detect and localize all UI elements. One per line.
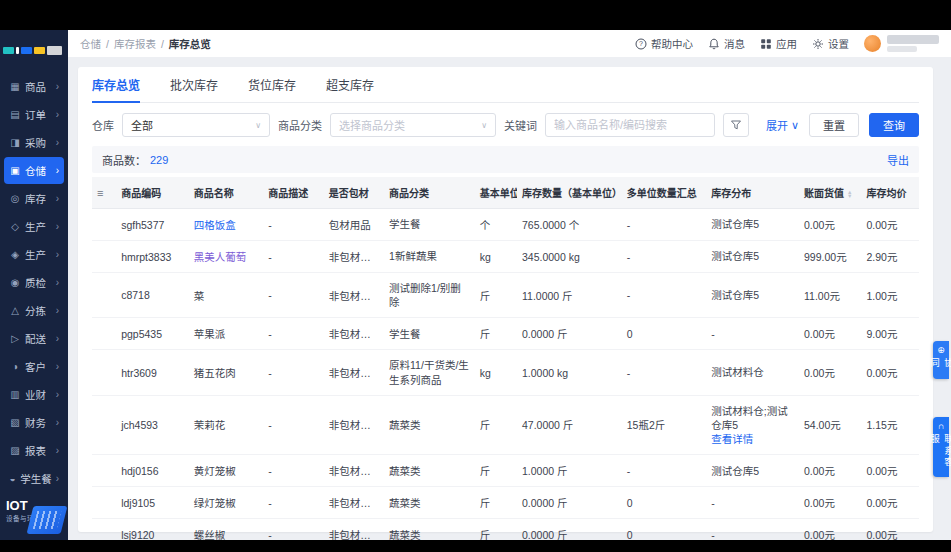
keyword-label: 关键词 — [504, 117, 537, 133]
column-label: 商品名称 — [194, 188, 234, 199]
product-desc: - — [263, 209, 323, 241]
view-distribution-detail-link[interactable]: 查看详情 — [711, 432, 794, 446]
column-settings[interactable]: ≡ — [92, 177, 116, 209]
expand-toggle[interactable]: 展开 ∨ — [766, 117, 799, 133]
product-name-link[interactable]: 苹果派 — [189, 318, 264, 350]
logo-bar-yellow — [34, 47, 45, 54]
table-row[interactable]: hdj0156 黄灯笼椒 - 非包材用品 蔬菜类 斤 1.0000 斤 - 测试… — [92, 455, 919, 487]
avg-price: 1.15元 — [861, 395, 919, 455]
user-menu[interactable] — [864, 35, 939, 52]
tab-0[interactable]: 库存总览 — [92, 67, 140, 102]
column-qty[interactable]: 库存数量（基本单位）▲▼ — [517, 177, 622, 209]
product-name-link[interactable]: 四格饭盒 — [189, 209, 264, 241]
apps-button[interactable]: 应用 — [760, 36, 797, 51]
collab-floating-tab[interactable]: ⊕ 协同 — [933, 341, 949, 379]
sidebar-item-customers[interactable]: ◑ 客户 › — [4, 353, 64, 380]
table-row[interactable]: sgfh5377 四格饭盒 - 包材用品 学生餐 个 765.0000 个 - … — [92, 209, 919, 241]
tab-2[interactable]: 货位库存 — [248, 67, 296, 102]
column-book[interactable]: 账面货值▲▼ — [799, 177, 861, 209]
sidebar-item-icon: ▧ — [9, 417, 21, 428]
product-name-link[interactable]: 黄灯笼椒 — [189, 455, 264, 487]
sidebar-item-quality[interactable]: ◉ 质检 › — [4, 269, 64, 296]
table-row[interactable]: jch4593 茉莉花 - 非包材用品 蔬菜类 斤 47.0000 斤 15瓶2… — [92, 395, 919, 455]
sidebar-item-production-1[interactable]: ◇ 生产 › — [4, 213, 64, 240]
table-row[interactable]: hmrpt3833 黑美人葡萄 - 非包材用品 1新鲜蔬果 kg 345.000… — [92, 241, 919, 273]
sidebar-item-sorting[interactable]: △ 分拣 › — [4, 297, 64, 324]
packaging-flag: 非包材用品 — [324, 318, 384, 350]
product-code: ldj9105 — [116, 487, 189, 519]
product-name-link[interactable]: 绿灯笼椒 — [189, 487, 264, 519]
column-label: 库存数量（基本单位） — [522, 188, 622, 199]
sidebar-item-business-finance[interactable]: ▥ 业财 › — [4, 381, 64, 408]
sidebar-item-inventory[interactable]: ◎ 库存 › — [4, 185, 64, 212]
chevron-right-icon: › — [56, 109, 59, 120]
product-desc: - — [263, 487, 323, 519]
sidebar-item-icon: ▷ — [9, 333, 21, 344]
sidebar-item-delivery[interactable]: ▷ 配送 › — [4, 325, 64, 352]
chevron-right-icon: › — [56, 445, 59, 456]
sidebar-item-reports[interactable]: ▨ 报表 › — [4, 437, 64, 464]
product-name-link[interactable]: 黑美人葡萄 — [189, 241, 264, 273]
product-name-link[interactable]: 菜 — [189, 273, 264, 318]
sidebar-item-production-2[interactable]: ◈ 生产 › — [4, 241, 64, 268]
product-name-link[interactable]: 螺丝椒 — [189, 519, 264, 540]
table-row[interactable]: lsj9120 螺丝椒 - 非包材用品 蔬菜类 斤 0.0000 斤 0 - 0… — [92, 519, 919, 540]
keyword-input[interactable] — [545, 113, 715, 137]
stock-qty: 0.0000 斤 — [517, 519, 622, 540]
base-unit: kg — [475, 350, 517, 395]
row-settings-cell — [92, 209, 116, 241]
sidebar-item-icon: ◑ — [9, 361, 21, 372]
app-logo[interactable] — [0, 38, 68, 62]
sidebar-item-warehouse[interactable]: ▣ 仓储 › — [4, 157, 64, 184]
breadcrumb-item[interactable]: 库存报表 — [114, 36, 156, 51]
tab-label: 库存总览 — [92, 76, 140, 93]
chevron-right-icon: › — [56, 221, 59, 232]
multi-unit-qty: 0 — [622, 519, 707, 540]
sidebar-item-purchasing[interactable]: ◨ 采购 › — [4, 129, 64, 156]
sidebar-item-student-meals[interactable]: ◒ 学生餐 › — [4, 465, 64, 492]
multi-unit-qty: - — [622, 350, 707, 395]
messages-button[interactable]: 消息 — [708, 36, 745, 51]
chevron-right-icon: › — [56, 389, 59, 400]
table-row[interactable]: ldj9105 绿灯笼椒 - 非包材用品 蔬菜类 斤 0.0000 斤 0 - … — [92, 487, 919, 519]
sidebar-item-products[interactable]: ▦ 商品 › — [4, 73, 64, 100]
table-row[interactable]: htr3609 猪五花肉 - 非包材用品 原料11/干货类/生生系列商品 kg … — [92, 350, 919, 395]
column-label: 商品描述 — [268, 188, 308, 199]
product-name-link[interactable]: 茉莉花 — [189, 395, 264, 455]
warehouse-select[interactable]: 全部 ∨ — [122, 113, 270, 137]
customer-service-floating-tab[interactable]: ∩ 联系客服 — [933, 417, 949, 477]
chevron-down-icon: ∨ — [249, 121, 261, 130]
search-button[interactable]: 查询 — [869, 113, 919, 137]
column-label: 库存均价 — [866, 188, 906, 199]
table-row[interactable]: c8718 菜 - 非包材用品 测试删除1/别删除 斤 11.0000 斤 - … — [92, 273, 919, 318]
product-name-link[interactable]: 猪五花肉 — [189, 350, 264, 395]
help-center-button[interactable]: ? 帮助中心 — [635, 36, 693, 51]
base-unit: 斤 — [475, 395, 517, 455]
column-label: 商品分类 — [389, 188, 429, 199]
sidebar-item-label: 仓储 — [25, 163, 46, 178]
avg-price: 0.00元 — [861, 487, 919, 519]
product-desc: - — [263, 273, 323, 318]
export-button[interactable]: 导出 — [887, 152, 909, 168]
sidebar-item-orders[interactable]: ▤ 订单 › — [4, 101, 64, 128]
product-code: lsj9120 — [116, 519, 189, 540]
sidebar-item-finance[interactable]: ▧ 财务 › — [4, 409, 64, 436]
row-settings-cell — [92, 455, 116, 487]
table-row[interactable]: pgp5435 苹果派 - 非包材用品 学生餐 斤 0.0000 斤 0 - 0… — [92, 318, 919, 350]
product-code: pgp5435 — [116, 318, 189, 350]
category-select[interactable]: 选择商品分类 ∨ — [330, 113, 496, 137]
packaging-flag: 非包材用品 — [324, 455, 384, 487]
reset-button[interactable]: 重置 — [809, 113, 859, 137]
packaging-flag: 非包材用品 — [324, 241, 384, 273]
breadcrumb-item[interactable]: 仓储 — [80, 36, 101, 51]
sort-caret-icon[interactable]: ▲▼ — [847, 190, 852, 199]
warehouse-label: 仓库 — [92, 117, 114, 133]
column-settings-icon: ≡ — [97, 187, 103, 199]
column-label: 是否包材 — [329, 188, 369, 199]
tab-1[interactable]: 批次库存 — [170, 67, 218, 102]
column-label: 商品编码 — [121, 188, 161, 199]
settings-button[interactable]: 设置 — [812, 36, 849, 51]
sidebar-item-label: 生产 — [25, 247, 46, 262]
advanced-filter-button[interactable] — [723, 113, 749, 137]
tab-3[interactable]: 超支库存 — [326, 67, 374, 102]
